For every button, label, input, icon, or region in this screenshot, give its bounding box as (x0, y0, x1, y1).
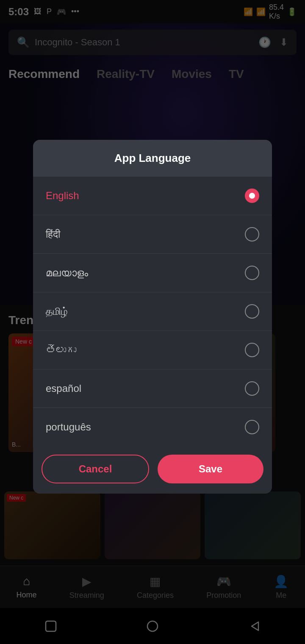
dialog-footer: Cancel Save (33, 446, 272, 494)
language-item-spanish[interactable]: español (33, 369, 272, 408)
save-button[interactable]: Save (158, 455, 263, 483)
radio-hindi (245, 227, 259, 242)
dialog-title: App Language (114, 152, 191, 164)
dialog-body: English हिंदी മലയാളം தமிழ் తెలుగు españo… (33, 177, 272, 446)
radio-english (245, 189, 259, 203)
language-name-portuguese: português (46, 421, 91, 433)
radio-malayalam (245, 266, 259, 280)
dialog-header: App Language (33, 140, 272, 177)
radio-tamil (245, 304, 259, 319)
language-item-malayalam[interactable]: മലയാളം (33, 254, 272, 292)
language-item-hindi[interactable]: हिंदी (33, 215, 272, 254)
language-name-hindi: हिंदी (46, 228, 60, 240)
language-item-english[interactable]: English (33, 177, 272, 215)
language-name-malayalam: മലയാളം (46, 267, 88, 279)
radio-spanish (245, 381, 259, 396)
language-item-portuguese[interactable]: português (33, 408, 272, 446)
language-name-telugu: తెలుగు (46, 344, 76, 356)
radio-telugu (245, 343, 259, 357)
language-name-spanish: español (46, 383, 81, 394)
language-item-tamil[interactable]: தமிழ் (33, 292, 272, 331)
language-name-tamil: தமிழ் (46, 305, 68, 317)
language-item-telugu[interactable]: తెలుగు (33, 331, 272, 369)
radio-portuguese (245, 420, 259, 434)
cancel-button[interactable]: Cancel (42, 455, 149, 483)
language-dialog: App Language English हिंदी മലയാളം தமிழ் … (33, 140, 272, 494)
language-name-english: English (46, 190, 79, 202)
